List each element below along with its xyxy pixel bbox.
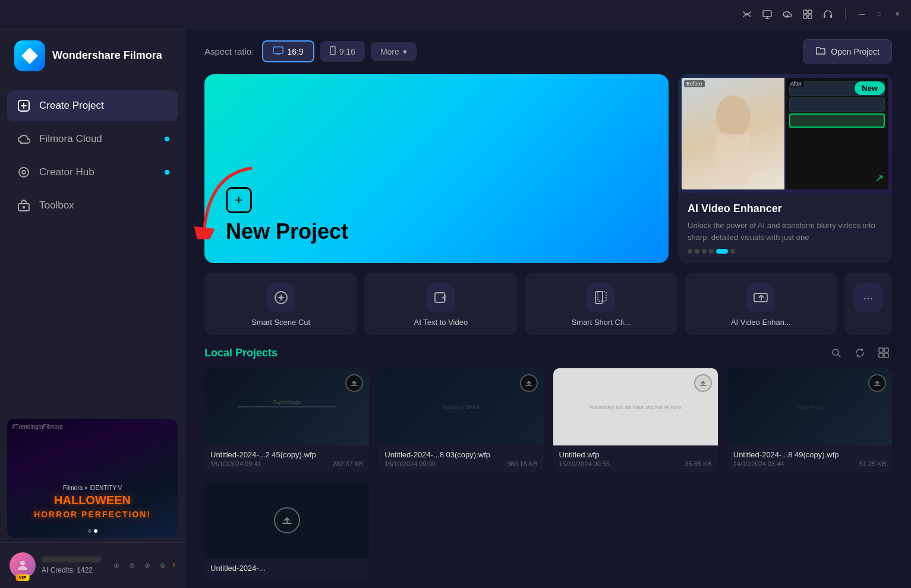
project-meta-1: 18/10/2024 09:41 282.37 KB [210, 460, 363, 467]
user-nav-arrow[interactable]: › [172, 559, 175, 571]
project-card-3[interactable]: Videomaker and animator Stephen Williams… [553, 368, 718, 472]
project-meta-3: 15/10/2024 00:55 35.65 KB [559, 460, 712, 467]
broadcast-icon[interactable] [742, 9, 752, 20]
svg-point-13 [20, 561, 25, 565]
more-icon: ··· [854, 283, 882, 312]
promo-hashtag: #TrendinginFilmora [12, 423, 63, 430]
project-thumb-1: TaylorMade [204, 368, 369, 445]
svg-rect-19 [716, 134, 751, 185]
cloud-icon [17, 132, 31, 146]
sidebar-item-creator-hub[interactable]: Creator Hub [7, 157, 178, 188]
user-name-bar [42, 557, 101, 562]
svg-point-21 [279, 296, 283, 299]
svg-rect-5 [808, 15, 812, 18]
sidebar-item-create-project[interactable]: Create Project [7, 90, 178, 121]
smart-short-clip-icon [587, 283, 615, 312]
ai-card-content: AI Video Enhancer Unlock the power of AI… [678, 193, 892, 263]
project-card-4[interactable]: TaylorMade Untitled-2024-...8 49(copy).w… [727, 368, 892, 472]
aspect-ratio-label: Aspect ratio: [204, 46, 254, 56]
action-more[interactable]: ··· [844, 273, 892, 335]
download-cloud-icon[interactable] [782, 9, 793, 20]
close-button[interactable]: ✕ [893, 10, 901, 18]
app-name: Wondershare Filmora [52, 49, 162, 62]
upload-icon-2[interactable] [520, 374, 538, 392]
ai-card-image: New Before [678, 74, 892, 193]
svg-rect-12 [23, 206, 25, 208]
new-project-title: New Project [226, 219, 647, 244]
promo-image: #TrendinginFilmora Filmora × IDENTITY V … [7, 419, 178, 538]
sidebar: Wondershare Filmora Create Project Filmo… [0, 0, 185, 588]
local-projects-section: Local Projects [204, 344, 892, 578]
sidebar-item-toolbox[interactable]: Toolbox [7, 190, 178, 221]
promo-dots [88, 529, 97, 533]
red-arrow [193, 162, 264, 239]
ai-dot-1 [688, 249, 692, 254]
ai-text-to-video-label: AI Text to Video [414, 318, 468, 327]
action-smart-scene-cut[interactable]: Smart Scene Cut [204, 273, 357, 335]
phone-icon [330, 46, 336, 57]
screen-icon[interactable] [762, 9, 773, 20]
project-date-3: 15/10/2024 00:55 [559, 460, 610, 467]
project-info-5: Untitled-2024-... [204, 559, 369, 578]
action-ai-video-enhancer[interactable]: AI Video Enhan... [685, 273, 837, 335]
project-info-3: Untitled.wfp 15/10/2024 00:55 35.65 KB [553, 445, 718, 472]
user-icon-3[interactable]: ⊕ [141, 559, 153, 571]
upload-icon-3[interactable] [694, 374, 712, 392]
aspect-16-9-button[interactable]: 16:9 [262, 40, 314, 62]
svg-rect-28 [884, 348, 888, 352]
project-card-1[interactable]: TaylorMade Untitled-2024-...2 45(copy).w… [204, 368, 369, 472]
user-icon-1[interactable]: ⊕ [111, 559, 122, 571]
minimize-button[interactable]: — [858, 10, 866, 18]
project-thumb-4: TaylorMade [727, 368, 892, 445]
user-avatar[interactable]: VIP [10, 552, 36, 578]
quick-actions: Smart Scene Cut AI Text to Video [204, 273, 892, 335]
svg-point-18 [716, 95, 751, 138]
project-card-5[interactable]: Untitled-2024-... [204, 482, 369, 578]
user-section: VIP AI Credits: 1422 ⊕ ⊕ ⊕ ⊕ › [0, 542, 185, 588]
creator-hub-notification-dot [165, 170, 169, 175]
project-date-1: 18/10/2024 09:41 [210, 460, 261, 467]
aspect-16-9-label: 16:9 [287, 47, 303, 56]
svg-point-10 [22, 170, 26, 174]
project-thumb-2: Gateway Brasil [379, 368, 543, 445]
ai-feature-card[interactable]: New Before [678, 74, 892, 263]
more-button[interactable]: More ▾ [371, 42, 417, 61]
user-icon-4[interactable]: ⊕ [157, 559, 169, 571]
project-card-2[interactable]: Gateway Brasil Untitled-2024-...8 03(cop… [379, 368, 543, 472]
project-meta-4: 14/10/2024 03:44 51.25 KB [733, 460, 886, 467]
new-project-card[interactable]: + New Project [204, 74, 669, 263]
maximize-button[interactable]: □ [875, 10, 884, 18]
project-name-2: Untitled-2024-...8 03(copy).wfp [384, 450, 537, 459]
headphones-icon[interactable] [822, 9, 833, 20]
ai-dot-3 [702, 249, 707, 254]
svg-rect-14 [273, 47, 283, 53]
refresh-icon[interactable] [852, 344, 868, 361]
sidebar-nav: Create Project Filmora Cloud Creator Hub [0, 83, 185, 414]
aspect-9-16-button[interactable]: 9:16 [320, 41, 365, 62]
more-label: More [380, 47, 399, 56]
titlebar-divider [845, 8, 846, 20]
grid-icon[interactable] [802, 9, 813, 20]
user-credits: AI Credits: 1422 [42, 566, 105, 574]
ai-dot-5 [716, 249, 728, 254]
upload-icon-large-5 [274, 507, 300, 533]
promo-dot-1 [88, 529, 92, 533]
project-info-2: Untitled-2024-...8 03(copy).wfp 16/10/20… [379, 445, 543, 472]
svg-rect-29 [879, 353, 883, 358]
user-icon-2[interactable]: ⊕ [126, 559, 138, 571]
promo-banner[interactable]: #TrendinginFilmora Filmora × IDENTITY V … [7, 419, 178, 538]
open-project-button[interactable]: Open Project [803, 39, 892, 64]
svg-rect-1 [763, 11, 771, 17]
smart-scene-cut-label: Smart Scene Cut [251, 318, 310, 327]
ai-video-enhancer-label: AI Video Enhan... [731, 318, 791, 327]
ai-video-enhancer-icon [746, 283, 775, 312]
action-smart-short-clip[interactable]: Smart Short Cli... [525, 273, 677, 335]
sidebar-item-filmora-cloud[interactable]: Filmora Cloud [7, 124, 178, 154]
user-nav-icons: ⊕ ⊕ ⊕ ⊕ › [111, 559, 175, 571]
action-ai-text-to-video[interactable]: AI Text to Video [364, 273, 517, 335]
grid-view-icon[interactable] [875, 344, 892, 361]
svg-rect-27 [879, 348, 883, 352]
titlebar: — □ ✕ [0, 0, 911, 29]
search-icon[interactable] [828, 344, 844, 361]
upload-icon-4[interactable] [868, 374, 886, 392]
